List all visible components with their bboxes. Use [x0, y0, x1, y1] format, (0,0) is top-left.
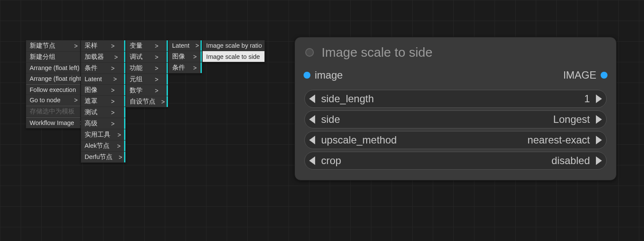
accent-bar	[124, 107, 125, 118]
menu-item[interactable]: 变量>	[126, 40, 168, 52]
menu-item-label: 条件	[85, 64, 97, 72]
chevron-right-icon: >	[155, 87, 158, 94]
menu-item[interactable]: 条件>	[169, 62, 202, 73]
menu-item-follow-exec[interactable]: Follow execution	[26, 84, 80, 95]
widget-crop[interactable]: crop disabled	[304, 152, 607, 170]
menu-item[interactable]: 高级>	[81, 118, 125, 129]
menu-item-label: 图像	[85, 86, 97, 94]
node-header[interactable]: Image scale to side	[295, 37, 616, 67]
chevron-right-icon[interactable]	[596, 95, 602, 103]
accent-bar	[167, 96, 168, 107]
chevron-right-icon: >	[118, 131, 121, 138]
output-socket-icon[interactable]	[601, 72, 608, 79]
accent-bar	[124, 74, 125, 84]
menu-item-label: 高级	[85, 119, 97, 128]
chevron-right-icon: >	[155, 65, 158, 72]
menu-item[interactable]: 图像>	[81, 85, 125, 96]
menu-item[interactable]: 实用工具>	[81, 129, 125, 140]
accent-bar	[167, 85, 168, 96]
accent-bar	[124, 85, 125, 95]
chevron-right-icon[interactable]	[596, 156, 602, 165]
menu-item[interactable]: 加载器>	[81, 52, 125, 63]
chevron-right-icon: >	[161, 98, 165, 105]
chevron-right-icon: >	[111, 98, 115, 105]
menu-item-arrange-right[interactable]: Arrange (float right)	[26, 73, 80, 84]
context-menu-3: 变量> 调试> 功能> 元组> 数学> 自设节点>	[126, 40, 168, 107]
menu-item-label: 测试	[85, 108, 97, 116]
chevron-right-icon[interactable]	[596, 136, 602, 144]
accent-bar	[124, 52, 125, 62]
menu-item[interactable]: 测试>	[81, 107, 125, 118]
accent-bar	[167, 40, 168, 51]
menu-item-label: Derfu节点	[85, 153, 112, 161]
menu-item-label: 加载器	[85, 53, 104, 61]
chevron-left-icon[interactable]	[309, 115, 315, 124]
menu-item[interactable]: Latent>	[169, 40, 202, 51]
menu-item-new-node[interactable]: 新建节点 >	[26, 40, 80, 52]
accent-bar	[124, 118, 125, 129]
menu-item-arrange-left[interactable]: Arrange (float left)	[26, 63, 80, 73]
menu-item[interactable]: 条件>	[81, 63, 125, 74]
widget-value[interactable]: disabled	[552, 155, 590, 167]
menu-item-label: 新建分组	[30, 53, 55, 61]
accent-bar	[200, 62, 202, 73]
menu-item[interactable]: 图像>	[169, 51, 202, 62]
widget-side-length[interactable]: side_length 1	[304, 90, 607, 108]
widget-label: side_length	[321, 93, 374, 105]
menu-item[interactable]: 数学>	[126, 85, 168, 96]
node-input[interactable]: image	[304, 69, 343, 81]
input-label: image	[315, 69, 343, 81]
menu-item-scale-side[interactable]: Image scale to side	[203, 51, 264, 62]
menu-item[interactable]: 自设节点>	[126, 96, 168, 107]
menu-item-label: 图像	[172, 52, 185, 61]
accent-bar	[124, 129, 125, 140]
menu-item[interactable]: Latent>	[81, 74, 125, 85]
context-menu-4: Latent> 图像> 条件>	[168, 40, 203, 73]
menu-item-label: Follow execution	[30, 86, 76, 93]
menu-item[interactable]: 调试>	[126, 52, 168, 63]
node-output[interactable]: IMAGE	[563, 69, 608, 81]
menu-item[interactable]: 遮罩>	[81, 96, 125, 107]
menu-item-label: Arrange (float left)	[30, 64, 79, 71]
menu-item-label: 新建节点	[30, 42, 55, 50]
widget-value[interactable]: 1	[584, 93, 590, 105]
collapse-toggle-icon[interactable]	[305, 48, 314, 57]
widget-side[interactable]: side Longest	[304, 110, 607, 128]
node-io-row: image IMAGE	[295, 67, 616, 87]
menu-item[interactable]: Derfu节点>	[81, 152, 125, 162]
accent-bar	[167, 63, 168, 73]
menu-item-label: 自设节点	[130, 98, 155, 106]
accent-bar	[124, 152, 125, 162]
chevron-left-icon[interactable]	[309, 95, 315, 103]
chevron-right-icon: >	[155, 43, 158, 49]
menu-item-new-group[interactable]: 新建分组	[26, 52, 80, 63]
chevron-right-icon: >	[155, 54, 158, 61]
menu-item-label: Workflow Image	[30, 119, 74, 126]
chevron-left-icon[interactable]	[309, 156, 315, 165]
menu-item-go-to-node[interactable]: Go to node >	[26, 95, 80, 106]
menu-item[interactable]: Alek节点>	[81, 140, 125, 152]
accent-bar	[200, 51, 202, 62]
widget-value[interactable]: Longest	[553, 113, 590, 125]
menu-item-label: 变量	[130, 42, 143, 50]
chevron-left-icon[interactable]	[309, 136, 315, 144]
menu-item-label: Arrange (float right)	[30, 75, 83, 82]
chevron-right-icon: >	[111, 43, 115, 49]
node-image-scale-to-side[interactable]: Image scale to side image IMAGE side_len…	[295, 37, 617, 180]
input-socket-icon[interactable]	[304, 72, 310, 79]
menu-item[interactable]: 功能>	[126, 63, 168, 74]
menu-item-workflow-image[interactable]: Workflow Image >	[26, 117, 80, 128]
menu-item-label: Latent	[172, 42, 189, 49]
chevron-right-icon[interactable]	[596, 115, 602, 124]
chevron-right-icon: >	[117, 143, 121, 149]
accent-bar	[200, 40, 202, 51]
menu-item-label: 遮罩	[85, 97, 97, 105]
accent-bar	[124, 40, 125, 51]
menu-item[interactable]: 采样>	[81, 40, 125, 52]
menu-item-label: Alek节点	[85, 142, 109, 150]
widget-upscale-method[interactable]: upscale_method nearest-exact	[304, 131, 607, 149]
menu-item-scale-ratio[interactable]: Image scale by ratio	[203, 40, 264, 51]
menu-item[interactable]: 元组>	[126, 74, 168, 85]
menu-item-label: 调试	[130, 53, 143, 61]
widget-value[interactable]: nearest-exact	[528, 134, 590, 146]
